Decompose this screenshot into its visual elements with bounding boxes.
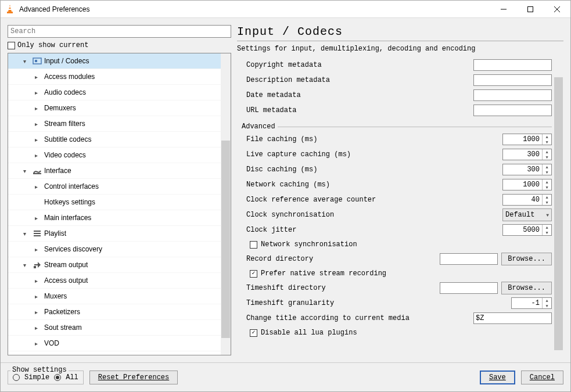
clock-jitter-row: Clock jitter 5000▲▼ (237, 222, 552, 238)
tree-item-label: Packetizers (44, 308, 80, 316)
clock-sync-dropdown[interactable]: Default▼ (502, 208, 552, 221)
tree-item-main-interfaces[interactable]: ▸Main interfaces (8, 210, 221, 226)
scrollbar-thumb[interactable] (554, 77, 563, 350)
record-dir-browse-button[interactable]: Browse... (501, 253, 552, 265)
svg-rect-14 (34, 266, 36, 268)
settings-area: Copyright metadataDescription metadataDa… (237, 57, 563, 355)
metadata-input[interactable] (473, 105, 552, 116)
tree-item-label: Subtitle codecs (44, 135, 91, 143)
advanced-section-label: Advanced (237, 123, 552, 131)
tree-item-demuxers[interactable]: ▸Demuxers (8, 100, 221, 116)
tree-item-access-modules[interactable]: ▸Access modules (8, 69, 221, 85)
search-input[interactable] (8, 25, 231, 38)
maximize-button[interactable] (517, 1, 544, 18)
chevron-right-icon: ▸ (35, 340, 42, 347)
metadata-input[interactable] (473, 74, 552, 86)
scrollbar-thumb[interactable] (221, 141, 230, 338)
disable-lua-checkbox[interactable] (250, 329, 257, 337)
window-title: Advanced Preferences (19, 5, 490, 13)
only-show-current-checkbox[interactable] (8, 42, 15, 49)
tree-item-packetizers[interactable]: ▸Packetizers (8, 304, 221, 320)
all-radio[interactable] (54, 374, 61, 381)
disable-lua-row: Disable all lua plugins (237, 326, 552, 340)
prefer-native-checkbox[interactable] (250, 270, 257, 278)
content: Only show current ▾Input / Codecs▸Access… (1, 18, 570, 362)
cancel-button[interactable]: Cancel (521, 371, 563, 384)
minimize-button[interactable] (490, 1, 517, 18)
tree-item-label: Interface (44, 167, 71, 175)
tree-item-video-codecs[interactable]: ▸Video codecs (8, 148, 221, 163)
chevron-right-icon: ▸ (35, 184, 42, 190)
tree-item-input-codecs[interactable]: ▾Input / Codecs (8, 53, 221, 69)
panel-title: Input / Codecs (237, 25, 563, 38)
record-dir-input[interactable] (440, 253, 498, 265)
timeshift-dir-input[interactable] (440, 282, 498, 294)
category-tree: ▾Input / Codecs▸Access modules▸Audio cod… (8, 53, 231, 355)
live-capture-caching-row: Live capture caching (ms) 300▲▼ (237, 147, 552, 162)
live-capture-caching-spinner[interactable]: 300▲▼ (502, 149, 552, 160)
tree-item-label: Access modules (44, 73, 95, 81)
tree-item-label: Control interfaces (44, 182, 99, 190)
file-caching-row: File caching (ms) 1000▲▼ (237, 132, 552, 147)
file-caching-spinner[interactable]: 1000▲▼ (502, 134, 552, 145)
spinner-down-icon: ▼ (543, 139, 551, 145)
clock-ref-avg-spinner[interactable]: 40▲▼ (502, 194, 552, 206)
tree-item-control-interfaces[interactable]: ▸Control interfaces (8, 179, 221, 195)
input-icon (33, 56, 42, 66)
chevron-right-icon: ▸ (35, 293, 42, 300)
tree-item-label: Demuxers (44, 104, 76, 112)
network-caching-spinner[interactable]: 1000▲▼ (502, 179, 552, 190)
chevron-right-icon: ▸ (35, 136, 42, 143)
tree-item-playlist[interactable]: ▾Playlist (8, 226, 221, 242)
tree-item-label: Services discovery (44, 245, 102, 253)
tree-item-label: Input / Codecs (44, 57, 89, 65)
chevron-right-icon: ▸ (35, 215, 42, 221)
clock-sync-row: Clock synchronisation Default▼ (237, 207, 552, 222)
tree-item-access-output[interactable]: ▸Access output (8, 273, 221, 289)
tree-item-interface[interactable]: ▾Interface (8, 163, 221, 179)
svg-rect-9 (35, 60, 37, 62)
tree-scrollbar[interactable] (221, 53, 231, 355)
svg-rect-2 (9, 6, 11, 8)
divider (237, 41, 563, 41)
timeshift-gran-row: Timeshift granularity -1▲▼ (237, 296, 552, 311)
metadata-input[interactable] (473, 59, 552, 71)
prefer-native-row: Prefer native stream recording (237, 267, 552, 280)
svg-marker-0 (8, 5, 12, 12)
clock-jitter-spinner[interactable]: 5000▲▼ (502, 224, 552, 236)
settings-scrollbar[interactable] (554, 54, 563, 355)
tree-item-subtitle-codecs[interactable]: ▸Subtitle codecs (8, 132, 221, 148)
tree-item-audio-codecs[interactable]: ▸Audio codecs (8, 85, 221, 100)
tree-item-label: Sout stream (44, 323, 82, 332)
change-title-input[interactable] (473, 312, 552, 324)
change-title-row: Change title according to current media (237, 311, 552, 326)
tree-item-services-discovery[interactable]: ▸Services discovery (8, 242, 221, 257)
chevron-right-icon: ▸ (35, 74, 42, 80)
chevron-right-icon: ▸ (35, 325, 42, 331)
svg-rect-3 (8, 9, 12, 10)
disc-caching-spinner[interactable]: 300▲▼ (502, 164, 552, 175)
tree-item-hotkeys-settings[interactable]: Hotkeys settings (8, 195, 221, 210)
tree-item-vod[interactable]: ▸VOD (8, 336, 221, 351)
vlc-icon (5, 5, 15, 14)
tree-item-sout-stream[interactable]: ▸Sout stream (8, 320, 221, 336)
svg-rect-5 (528, 6, 533, 12)
chevron-right-icon: ▸ (35, 309, 42, 315)
timeshift-dir-browse-button[interactable]: Browse... (501, 282, 552, 294)
tree-item-muxers[interactable]: ▸Muxers (8, 289, 221, 304)
tree-item-stream-output[interactable]: ▾Stream output (8, 257, 221, 273)
tree-item-stream-filters[interactable]: ▸Stream filters (8, 116, 221, 132)
metadata-field-row: Copyright metadata (237, 57, 552, 73)
save-button[interactable]: Save (480, 371, 515, 384)
reset-preferences-button[interactable]: Reset Preferences (89, 371, 178, 384)
metadata-input[interactable] (473, 89, 552, 101)
timeshift-gran-spinner[interactable]: -1▲▼ (511, 297, 552, 309)
tree-item-label: Stream filters (44, 120, 85, 128)
simple-radio[interactable] (13, 374, 20, 381)
panel-subtitle: Settings for input, demultiplexing, deco… (237, 45, 563, 53)
close-button[interactable] (544, 1, 570, 18)
interface-icon (33, 166, 42, 175)
network-sync-checkbox[interactable] (250, 241, 257, 249)
tree-item-label: Video codecs (44, 151, 86, 159)
tree-item-label: Muxers (44, 292, 67, 300)
